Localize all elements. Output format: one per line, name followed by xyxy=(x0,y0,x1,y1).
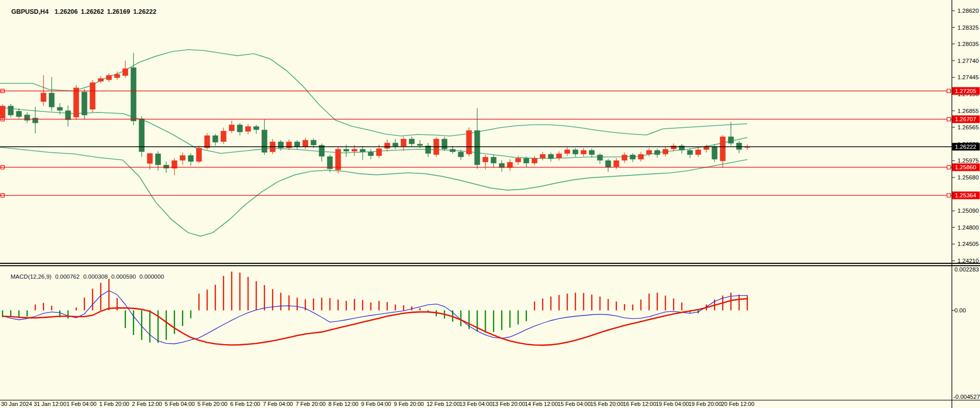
price-axis-label: 1.26855 xyxy=(957,108,979,114)
macd-signal-line xyxy=(3,299,747,345)
candle-body xyxy=(0,106,6,118)
price-axis-label: 1.24800 xyxy=(957,224,979,231)
candle-body xyxy=(450,149,456,152)
candle-body xyxy=(237,125,243,132)
candle-body xyxy=(401,139,407,146)
candle-body xyxy=(65,110,71,120)
candle-body xyxy=(614,161,619,167)
level-line-right-handle[interactable] xyxy=(947,194,951,197)
time-axis-label: 8 Feb 12:00 xyxy=(328,401,359,407)
ohlc-open: 1.26206 xyxy=(55,8,78,15)
candle-body xyxy=(254,126,259,130)
candle-body xyxy=(33,118,38,123)
price-axis-label: 1.25090 xyxy=(957,208,979,214)
candle-body xyxy=(679,146,685,150)
candle-body xyxy=(352,149,358,151)
level-line-right-handle[interactable] xyxy=(947,89,951,93)
candle-body xyxy=(466,130,472,154)
macd-indicator-label: MACD(12,26,9)0.0007620.0003080.0005900.0… xyxy=(4,267,168,286)
candle-body xyxy=(475,130,480,165)
candle-body xyxy=(516,158,521,162)
time-axis-label: 7 Feb 20:00 xyxy=(296,401,326,407)
candle-body xyxy=(344,149,349,151)
candle-body xyxy=(16,111,22,117)
candle-body xyxy=(556,154,562,158)
candle-body xyxy=(303,140,308,147)
current-price-badge-label: 1.26222 xyxy=(955,144,976,150)
ohlc-close: 1.26222 xyxy=(133,8,156,15)
candle-body xyxy=(597,155,603,161)
candle-body xyxy=(573,150,578,154)
candle-body xyxy=(25,115,30,120)
candle-body xyxy=(188,155,194,162)
candle-body xyxy=(123,69,128,76)
candle-body xyxy=(385,143,390,148)
candle-body xyxy=(671,146,677,149)
candle-body xyxy=(164,165,169,169)
candle-body xyxy=(712,146,718,160)
time-axis-label: 13 Feb 20:00 xyxy=(492,401,525,407)
time-axis-label: 30 Jan 2024 xyxy=(1,401,32,407)
candle-body xyxy=(565,150,570,154)
time-axis-label: 31 Jan 12:00 xyxy=(34,401,66,407)
candle-body xyxy=(360,149,366,152)
ohlc-high: 1.26262 xyxy=(81,8,104,15)
candle-body xyxy=(393,143,398,146)
candle-body xyxy=(221,131,227,142)
candle-body xyxy=(540,154,546,158)
macd-value-2: 0.000308 xyxy=(83,274,108,280)
candle-body xyxy=(246,126,251,131)
bollinger-lower-band-line xyxy=(0,147,747,236)
candle-body xyxy=(548,154,554,159)
candle-body xyxy=(720,137,726,161)
time-axis-label: 5 Feb 04:00 xyxy=(165,401,195,407)
candle-body xyxy=(336,149,341,170)
candle-body xyxy=(638,154,644,160)
time-axis-label: 15 Feb 20:00 xyxy=(590,401,623,407)
candle-body xyxy=(606,161,611,167)
candle-body xyxy=(229,125,235,131)
time-axis-label: 1 Feb 20:00 xyxy=(99,401,129,407)
time-axis-label: 9 Feb 20:00 xyxy=(394,401,424,407)
candle-body xyxy=(589,150,595,155)
candle-body xyxy=(663,149,669,154)
candle-body xyxy=(622,155,628,161)
time-axis-label: 14 Feb 12:00 xyxy=(525,401,558,407)
price-axis-label: 1.25975 xyxy=(957,157,979,164)
candle-body xyxy=(213,135,218,142)
candle-body xyxy=(57,107,63,111)
candle-body xyxy=(458,152,464,157)
candle-body xyxy=(41,93,47,102)
chart-title: GBPUSD,H41.262061.262621.261691.26222 xyxy=(4,1,160,22)
time-axis-label: 1 Feb 04:00 xyxy=(66,401,97,407)
level-line-right-handle[interactable] xyxy=(947,118,951,121)
candle-body xyxy=(647,150,652,154)
level-price-badge-label: 1.26707 xyxy=(955,116,976,122)
time-axis-label: 12 Feb 12:00 xyxy=(427,401,460,407)
panel-divider-top-line[interactable] xyxy=(0,263,980,264)
price-axis-label: 1.24505 xyxy=(957,241,979,247)
bollinger-middle-band-line xyxy=(0,107,747,158)
candle-body xyxy=(417,144,423,146)
candle-body xyxy=(295,142,300,147)
candle-body xyxy=(196,148,202,162)
macd-value-1: 0.000762 xyxy=(55,274,80,280)
candle-body xyxy=(8,106,14,115)
panel-divider-bottom-line[interactable] xyxy=(0,265,980,266)
trading-chart-window: 1.286201.283251.280351.277401.274451.271… xyxy=(0,0,980,408)
time-axis-label: 15 Feb 04:00 xyxy=(558,401,591,407)
macd-axis-top-label: 0.002283 xyxy=(954,266,979,273)
price-axis-label: 1.28325 xyxy=(957,25,979,31)
level-price-badge-label: 1.27205 xyxy=(955,88,976,94)
level-line-right-handle[interactable] xyxy=(947,166,951,169)
time-axis-label: 20 Feb 12:00 xyxy=(721,401,754,407)
candle-body xyxy=(696,150,701,155)
candle-body xyxy=(737,143,742,149)
candle-body xyxy=(205,135,210,148)
price-axis-label: 1.27445 xyxy=(957,74,979,80)
time-axis-label: 19 Feb 20:00 xyxy=(688,401,722,407)
chart-canvas[interactable]: 1.286201.283251.280351.277401.274451.271… xyxy=(0,0,980,408)
macd-main-line xyxy=(3,291,747,344)
macd-name: MACD(12,26,9) xyxy=(11,274,52,280)
candle-body xyxy=(74,88,79,118)
